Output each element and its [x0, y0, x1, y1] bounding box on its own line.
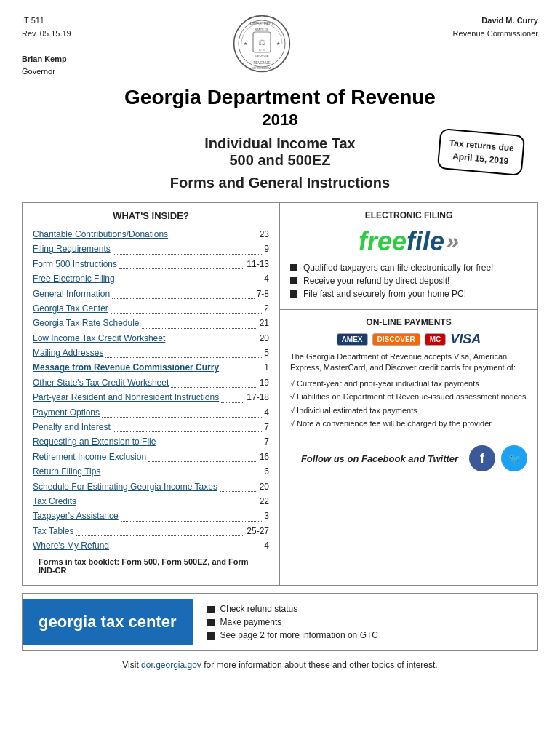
toc-link[interactable]: Part-year Resident and Nonresident Instr… [33, 390, 219, 405]
free-text: free [359, 226, 407, 257]
bullet-icon [290, 290, 297, 298]
svg-text:★: ★ [276, 41, 280, 46]
credit-cards-row: AMEX DISCOVER MC VISA [290, 332, 527, 347]
toc-link[interactable]: Free Electronic Filing [33, 271, 115, 286]
toc-item: Georgia Tax Rate Schedule 21 [33, 316, 269, 330]
gtc-logo: georgia tax center [23, 599, 193, 645]
toc-link[interactable]: Charitable Contributions/Donations [33, 227, 168, 242]
discover-card-icon: DISCOVER [372, 333, 420, 346]
toc-page: 11-13 [247, 257, 269, 271]
toc-page: 20 [260, 331, 269, 346]
toc-page: 3 [264, 509, 269, 523]
toc-page: 19 [260, 375, 269, 390]
toc-dots [103, 464, 262, 477]
toc-link[interactable]: Form 500 Instructions [33, 257, 117, 271]
gtc-bullet-text: Make payments [220, 617, 282, 627]
toc-link[interactable]: Low Income Tax Credit Worksheet [33, 331, 165, 346]
commissioner-name: David M. Curry [481, 16, 538, 25]
toc-link[interactable]: Georgia Tax Rate Schedule [33, 316, 140, 330]
main-content-box: WHAT'S INSIDE? Charitable Contributions/… [22, 202, 538, 586]
toc-item: Low Income Tax Credit Worksheet 20 [33, 331, 269, 346]
toc-link[interactable]: Penalty and Interest [33, 420, 111, 434]
toc-page: 4 [264, 405, 269, 420]
online-payments-header: ON-LINE PAYMENTS [290, 317, 527, 327]
efiling-bullet: Qualified taxpayers can file electronica… [290, 263, 527, 273]
toc-item: Payment Options 4 [33, 405, 269, 420]
logo-arrow-icon: » [446, 228, 459, 255]
dept-title: Georgia Department of Revenue [22, 86, 538, 109]
gtc-bullets: Check refund statusMake paymentsSee page… [193, 594, 537, 650]
visa-icon: VISA [450, 332, 481, 347]
toc-item: Taxpayer's Assistance 3 [33, 509, 269, 523]
toc-dots [76, 524, 244, 536]
svg-text:STATE OF: STATE OF [255, 28, 270, 31]
svg-text:GEORGIA: GEORGIA [255, 54, 269, 57]
bullet-icon [207, 606, 215, 613]
toc-link[interactable]: Tax Credits [33, 494, 76, 509]
gtc-bullet-text: See page 2 for more information on GTC [220, 630, 378, 640]
commissioner-title: Revenue Commissioner [453, 29, 538, 38]
toc-link[interactable]: Schedule For Estimating Georgia Income T… [33, 479, 217, 494]
forms-instructions-title: Forms and General Instructions [22, 175, 538, 191]
rev-date: Rev. 05.15.19 [22, 29, 71, 38]
twitter-icon[interactable]: 🐦 [501, 445, 527, 471]
toc-link[interactable]: Mailing Addresses [33, 346, 103, 360]
toc-link[interactable]: Where's My Refund [33, 538, 109, 553]
toc-dots [113, 242, 263, 254]
toc-dots [142, 316, 257, 328]
gtc-bullet: See page 2 for more information on GTC [207, 630, 523, 640]
freefile-logo: freefile » [290, 226, 527, 257]
toc-link[interactable]: Filing Requirements [33, 242, 111, 256]
toc-link[interactable]: Tax Tables [33, 524, 73, 538]
payment-item: √ Note a convenience fee will be charged… [290, 418, 527, 429]
toc-link[interactable]: Message from Revenue Commissioner Curry [33, 360, 219, 375]
toc-dots [167, 331, 257, 343]
gtc-bullet: Check refund status [207, 604, 523, 614]
facebook-icon[interactable]: f [469, 445, 495, 471]
file-text: file [407, 226, 444, 257]
svg-text:REVENUE: REVENUE [254, 61, 271, 65]
footer-prefix: Visit [122, 660, 141, 670]
toc-link[interactable]: Retirement Income Exclusion [33, 450, 146, 464]
badge-line2: April 15, 2019 [452, 151, 508, 167]
toc-link[interactable]: Requesting an Extension to File [33, 434, 156, 449]
toc-item: Schedule For Estimating Georgia Income T… [33, 479, 269, 494]
header-seal: DEPARTMENT REVENUE OF GEORGIA ⚖ STATE OF… [71, 15, 453, 73]
toc-dots [79, 494, 257, 506]
gtc-box: georgia tax center Check refund statusMa… [22, 593, 538, 651]
toc-page: 9 [264, 242, 269, 256]
toc-item: Tax Credits 22 [33, 494, 269, 509]
governor-title: Governor [22, 67, 55, 76]
income-tax-title: Individual Income Tax [204, 135, 355, 152]
toc-item: Return Filing Tips 6 [33, 464, 269, 479]
toc-page: 16 [260, 450, 269, 464]
toc-item: Tax Tables 25-27 [33, 524, 269, 538]
amex-card-icon: AMEX [337, 333, 368, 346]
toc-link[interactable]: Return Filing Tips [33, 464, 100, 479]
toc-item: Message from Revenue Commissioner Curry … [33, 360, 269, 375]
svg-text:1776: 1776 [259, 48, 266, 52]
footer-link[interactable]: dor.georgia.gov [141, 660, 201, 670]
toc-page: 6 [264, 464, 269, 479]
toc-item: Free Electronic Filing 4 [33, 271, 269, 286]
toc-item: Mailing Addresses 5 [33, 346, 269, 360]
footer-suffix: for more information about these and oth… [201, 660, 438, 670]
bullet-icon [207, 632, 215, 640]
header-left: IT 511 Rev. 05.15.19 Brian Kemp Governor [22, 15, 71, 79]
online-payments-section: ON-LINE PAYMENTS AMEX DISCOVER MC VISA T… [280, 310, 537, 439]
toc-dots [221, 360, 262, 372]
payment-item: √ Individual estimated tax payments [290, 405, 527, 416]
toc-item: Part-year Resident and Nonresident Instr… [33, 390, 269, 405]
whats-inside-section: WHAT'S INSIDE? Charitable Contributions/… [23, 203, 280, 585]
toc-link[interactable]: Taxpayer's Assistance [33, 509, 119, 523]
toc-link[interactable]: General Information [33, 287, 110, 301]
svg-text:★: ★ [244, 41, 247, 46]
toc-link[interactable]: Other State's Tax Credit Worksheet [33, 375, 169, 390]
toc-dots [112, 287, 255, 299]
form-number: IT 511 [22, 16, 44, 25]
toc-link[interactable]: Georgia Tax Center [33, 301, 108, 316]
toc-dots [119, 257, 244, 269]
toc-page: 4 [264, 538, 269, 553]
toc-page: 4 [264, 271, 269, 286]
toc-link[interactable]: Payment Options [33, 405, 100, 420]
